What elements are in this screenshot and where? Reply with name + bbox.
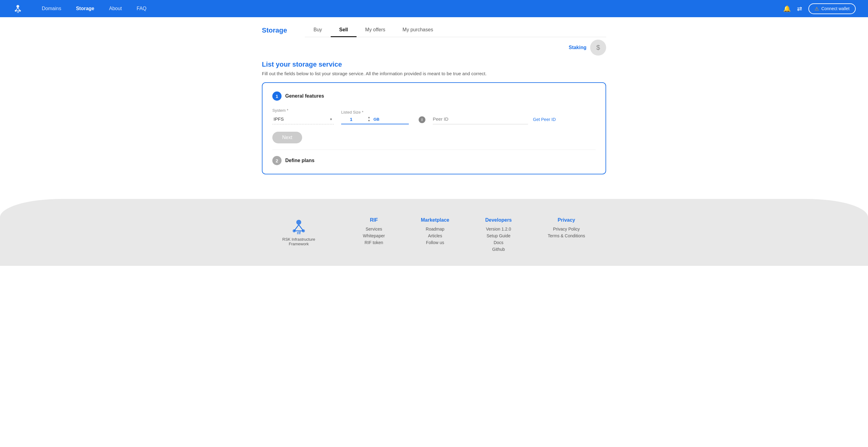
footer-dev-version[interactable]: Version 1.2.0 [485,227,512,232]
tab-my-purchases[interactable]: My purchases [394,23,442,37]
staking-section: Staking $ [262,40,606,56]
form-card: 1 General features System * IPFS Swarm L… [262,82,606,174]
gb-label: GB [373,117,380,122]
svg-point-7 [296,220,301,225]
footer-columns: RIF Services Whitepaper RIF token Market… [345,217,603,253]
footer-marketplace-title: Marketplace [421,217,450,223]
footer-col-privacy: Privacy Privacy Policy Terms & Condition… [548,217,585,253]
system-select[interactable]: IPFS Swarm [272,114,334,124]
step2-section: 2 Define plans [272,149,596,165]
footer-marketplace-roadmap[interactable]: Roadmap [421,227,450,232]
footer-dev-setup[interactable]: Setup Guide [485,233,512,238]
footer-inner: rif RSK Infrastructure Framework RIF Ser… [265,217,603,253]
size-decrement-button[interactable]: ▼ [367,119,371,123]
tab-my-offers[interactable]: My offers [356,23,394,37]
footer-rif-whitepaper[interactable]: Whitepaper [363,233,385,238]
peer-id-row: Get Peer ID [433,114,556,124]
size-input-row: ▲ ▼ GB [341,116,409,124]
size-increment-button[interactable]: ▲ [367,116,371,119]
staking-icon[interactable]: $ [590,40,606,56]
svg-point-5 [19,10,21,12]
storage-header: Storage Buy Sell My offers My purchases [262,23,606,37]
footer-privacy-terms[interactable]: Terms & Conditions [548,233,585,238]
connect-wallet-label: Connect wallet [821,6,849,11]
svg-point-11 [292,229,296,232]
footer-rif-token[interactable]: RIF token [363,240,385,245]
transfer-button[interactable]: ⇄ [797,5,802,12]
info-icon[interactable]: i [418,116,425,123]
notification-button[interactable]: 🔔 [783,5,791,12]
footer-rif-services[interactable]: Services [363,227,385,232]
size-input[interactable] [341,117,366,122]
peer-id-field: Get Peer ID [433,114,556,124]
tab-sell[interactable]: Sell [331,23,356,37]
nav-domains[interactable]: Domains [42,6,61,11]
footer-logo-section: rif RSK Infrastructure Framework [265,217,333,246]
svg-text:rif: rif [297,231,301,235]
size-spinners: ▲ ▼ [367,116,371,123]
footer-marketplace-follow[interactable]: Follow us [421,240,450,245]
navbar-right: 🔔 ⇄ ⚠ Connect wallet [783,3,856,14]
footer-logo[interactable]: rif [289,217,308,236]
next-button[interactable]: Next [272,132,302,143]
system-label: System * [272,108,334,113]
form-subtitle: Fill out the fields below to list your s… [262,71,606,76]
staking-label[interactable]: Staking [569,45,586,50]
tabs-container: Buy Sell My offers My purchases [305,23,606,37]
footer-privacy-title: Privacy [548,217,585,223]
footer-col-marketplace: Marketplace Roadmap Articles Follow us [421,217,450,253]
footer-col-rif: RIF Services Whitepaper RIF token [363,217,385,253]
logo[interactable]: rif [12,3,23,14]
page-content: Storage Buy Sell My offers My purchases … [250,17,618,180]
step1-badge: 1 [272,92,282,101]
footer-logo-subtitle: RSK Infrastructure Framework [282,237,315,246]
tab-buy[interactable]: Buy [305,23,331,37]
system-field: System * IPFS Swarm [272,108,334,124]
warning-icon: ⚠ [814,6,819,12]
footer-privacy-policy[interactable]: Privacy Policy [548,227,585,232]
listed-size-label: Listed Size * [341,110,409,114]
step1-header: 1 General features [272,92,596,101]
page-title: Storage [262,26,299,34]
step2-badge: 2 [272,156,282,165]
transfer-icon: ⇄ [797,5,802,12]
dollar-icon: $ [596,44,600,51]
nav-links: Domains Storage About FAQ [42,6,783,11]
navbar: rif Domains Storage About FAQ 🔔 ⇄ ⚠ Conn… [0,0,868,17]
connect-wallet-button[interactable]: ⚠ Connect wallet [808,3,856,14]
footer-marketplace-articles[interactable]: Articles [421,233,450,238]
nav-storage[interactable]: Storage [76,6,94,11]
system-select-wrapper: IPFS Swarm [272,114,334,124]
footer: rif RSK Infrastructure Framework RIF Ser… [0,199,868,266]
listed-size-field: Listed Size * ▲ ▼ GB [341,110,409,124]
nav-faq[interactable]: FAQ [137,6,147,11]
svg-point-0 [17,5,19,8]
peer-id-input[interactable] [433,114,528,124]
svg-text:rif: rif [17,11,19,13]
form-title: List your storage service [262,61,606,68]
get-peer-id-link[interactable]: Get Peer ID [533,117,556,124]
nav-about[interactable]: About [109,6,122,11]
form-fields-row: System * IPFS Swarm Listed Size * ▲ ▼ [272,108,596,124]
svg-point-4 [15,10,16,12]
footer-rif-title: RIF [363,217,385,223]
step2-label: Define plans [285,158,314,163]
footer-developers-title: Developers [485,217,512,223]
footer-dev-github[interactable]: Github [485,247,512,252]
step1-label: General features [285,93,324,99]
footer-dev-docs[interactable]: Docs [485,240,512,245]
bell-icon: 🔔 [783,5,791,12]
footer-col-developers: Developers Version 1.2.0 Setup Guide Doc… [485,217,512,253]
svg-point-12 [302,229,305,232]
